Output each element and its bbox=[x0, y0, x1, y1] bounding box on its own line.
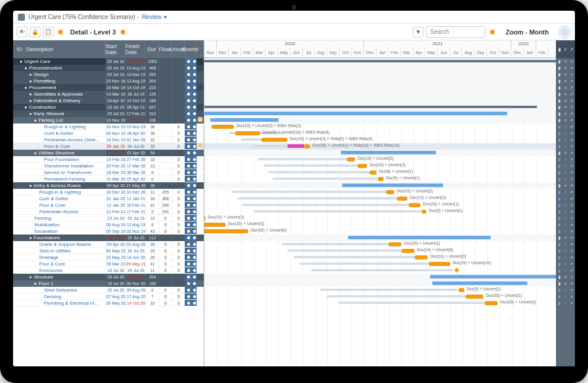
gantt-row[interactable]: Dur(10) + Uncert(3) + WBS Risk(3) bbox=[204, 124, 556, 130]
chart-icon[interactable]: ▮ bbox=[557, 144, 562, 149]
bars-icon[interactable]: ≡ bbox=[563, 79, 568, 84]
chart-icon[interactable]: ▮ bbox=[557, 66, 562, 71]
task-bar[interactable] bbox=[409, 203, 421, 207]
arrow-icon[interactable]: ↗ bbox=[569, 236, 574, 240]
summary-row[interactable]: ▸Structure30 Jul 2009 Apr 21254 bbox=[13, 274, 204, 280]
arrow-icon[interactable]: ↗ bbox=[569, 151, 574, 156]
arrow-icon[interactable]: ↗ bbox=[569, 170, 574, 175]
arrow-icon[interactable]: ↗ bbox=[569, 242, 574, 247]
summary-bar[interactable] bbox=[341, 151, 436, 154]
chart-icon[interactable]: ▮ bbox=[557, 249, 562, 254]
chart-icon[interactable]: ▮ bbox=[557, 216, 562, 221]
task-bar[interactable] bbox=[397, 197, 407, 201]
toggle-icon[interactable] bbox=[191, 151, 197, 155]
task-row[interactable]: Drainage10 May 2018 Jun 202000 bbox=[13, 254, 204, 261]
task-bar[interactable] bbox=[358, 164, 367, 168]
toggle-icon[interactable] bbox=[185, 295, 190, 299]
toggle-icon[interactable] bbox=[191, 131, 197, 135]
expand-icon[interactable]: ▸ bbox=[30, 111, 32, 116]
arrow-icon[interactable]: ↗ bbox=[569, 190, 574, 195]
toggle-icon[interactable] bbox=[185, 275, 190, 279]
toggle-icon[interactable] bbox=[185, 288, 190, 292]
task-bar[interactable] bbox=[415, 255, 428, 259]
task-row[interactable]: Steel Deliveries30 Jul 2005 Aug 20600 bbox=[13, 287, 204, 293]
toggle-icon[interactable] bbox=[191, 183, 197, 188]
arrow-icon[interactable]: ↗ bbox=[569, 203, 574, 208]
bars-icon[interactable]: ≡ bbox=[563, 86, 568, 90]
task-bar[interactable] bbox=[211, 125, 234, 129]
summary-bar[interactable] bbox=[204, 112, 507, 115]
arrow-icon[interactable]: ↗ bbox=[569, 138, 574, 143]
expand-icon[interactable]: ▸ bbox=[30, 72, 32, 77]
task-bar[interactable] bbox=[204, 229, 248, 233]
gantt-row[interactable]: Dur(19) + Uncert(16) bbox=[204, 261, 556, 267]
chart-icon[interactable]: ▮ bbox=[557, 183, 562, 188]
arrow-icon[interactable]: ↗ bbox=[569, 112, 574, 116]
summary-bar[interactable] bbox=[204, 106, 537, 108]
chart-icon[interactable]: ▮ bbox=[557, 210, 562, 214]
task-bar[interactable] bbox=[402, 249, 415, 253]
bars-icon[interactable]: ≡ bbox=[563, 255, 568, 260]
gantt-row[interactable]: Dur(10) + Uncert(2) bbox=[204, 215, 556, 221]
gantt-row[interactable]: Dur(20) + Uncert(1) bbox=[204, 241, 556, 248]
arrow-icon[interactable]: ↗ bbox=[569, 268, 574, 273]
task-row[interactable]: Pedestrian Access (Side...18 Dec 1901 Ja… bbox=[13, 137, 204, 143]
toggle-icon[interactable] bbox=[191, 66, 197, 70]
chart-icon[interactable]: ▮ bbox=[557, 79, 562, 84]
gantt-row[interactable]: Dur(35) + Uncert(3) bbox=[204, 221, 556, 228]
header-id[interactable]: ID · Description bbox=[13, 40, 105, 58]
clipboard-icon[interactable]: 📋 bbox=[43, 27, 53, 37]
task-bar[interactable] bbox=[485, 301, 498, 305]
summary-row[interactable]: ▸Urgent Care02 Jul 1819 May 211053 bbox=[13, 58, 204, 65]
toggle-icon[interactable] bbox=[191, 99, 197, 103]
toggle-icon[interactable] bbox=[185, 255, 190, 259]
summary-row[interactable]: ▸Permitting23 Nov 1813 Aug 19264 bbox=[13, 78, 204, 84]
expand-icon[interactable]: ▸ bbox=[30, 235, 32, 240]
gantt-row[interactable]: Dur(4) + Uncert(1) bbox=[204, 208, 556, 215]
toggle-icon[interactable] bbox=[191, 177, 197, 181]
arrow-icon[interactable]: ↗ bbox=[569, 183, 574, 188]
toggle-icon[interactable] bbox=[185, 164, 190, 168]
summary-row[interactable]: ▸Design02 Jul 1813 Mar 19255 bbox=[13, 71, 204, 78]
toggle-icon[interactable] bbox=[185, 262, 190, 266]
toggle-icon[interactable] bbox=[185, 144, 190, 148]
bars-icon[interactable]: ≡ bbox=[563, 118, 568, 123]
chart-icon[interactable]: ▮ bbox=[557, 281, 562, 286]
gantt-row[interactable] bbox=[204, 91, 556, 97]
task-row[interactable]: Rough-in & Lighting18 Dec 1916 Dec 20112… bbox=[13, 189, 204, 195]
expand-icon[interactable]: ▸ bbox=[25, 65, 27, 71]
bars-icon[interactable]: ≡ bbox=[563, 66, 568, 71]
toggle-icon[interactable] bbox=[191, 203, 197, 207]
gantt-row[interactable] bbox=[204, 58, 556, 65]
bars-icon[interactable]: ≡ bbox=[563, 125, 568, 129]
gantt-row[interactable] bbox=[204, 117, 556, 124]
task-row[interactable]: Grade & Support Beams09 Apr 2001 Aug 202… bbox=[13, 241, 204, 248]
bars-icon[interactable]: ≡ bbox=[563, 268, 568, 273]
bars-icon[interactable]: ≡ bbox=[563, 295, 568, 299]
toggle-icon[interactable] bbox=[191, 118, 197, 122]
gantt-row[interactable]: Dur(10) + Uncert(2) bbox=[204, 189, 556, 195]
toggle-icon[interactable] bbox=[191, 288, 197, 292]
toggle-icon[interactable] bbox=[185, 99, 190, 103]
arrow-icon[interactable]: ↗ bbox=[569, 59, 574, 64]
gantt-body[interactable]: Dur(10) + Uncert(3) + WBS Risk(3)Dur(20)… bbox=[204, 58, 556, 366]
task-row[interactable]: Curb & Gutter26 Nov 1928 Apr 20360 bbox=[13, 130, 204, 137]
bars-icon[interactable]: ≡ bbox=[563, 249, 568, 254]
task-bar[interactable] bbox=[459, 288, 464, 292]
bars-icon[interactable]: ≡ bbox=[563, 210, 568, 214]
chart-icon[interactable]: ▮ bbox=[557, 164, 562, 169]
gantt-row[interactable]: Dur(20) + Uncert(10) + WBS Risk(6) bbox=[204, 130, 556, 137]
gantt-row[interactable] bbox=[204, 274, 556, 280]
bars-icon[interactable]: ≡ bbox=[563, 59, 568, 64]
bars-icon[interactable]: ≡ bbox=[563, 262, 568, 267]
task-row[interactable]: Mobilization06 Aug 1913 Aug 19800 bbox=[13, 221, 204, 228]
toggle-icon[interactable] bbox=[185, 138, 190, 142]
summary-bar[interactable] bbox=[348, 236, 491, 239]
summary-bar[interactable] bbox=[210, 118, 279, 122]
task-row[interactable]: Enclosures18 Jul 2029 Jul 201100 bbox=[13, 267, 204, 274]
toggle-icon[interactable] bbox=[191, 157, 197, 162]
toggle-icon[interactable] bbox=[191, 164, 197, 168]
summary-row[interactable]: ▸Utilities Structure14 Feb 2007 Apr 2054 bbox=[13, 150, 204, 156]
toggle-icon[interactable] bbox=[185, 197, 190, 201]
header-finish[interactable]: Finish Date bbox=[125, 40, 146, 58]
